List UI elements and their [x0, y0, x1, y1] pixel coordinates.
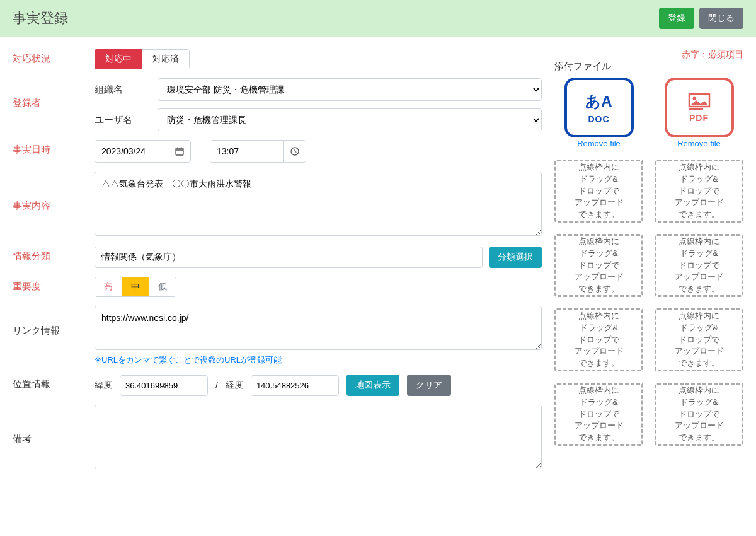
- attachment-doc: あA DOC Remove file: [554, 78, 643, 148]
- calendar-icon[interactable]: [168, 141, 190, 162]
- label-lon: 経度: [226, 380, 243, 391]
- svg-rect-0: [176, 148, 183, 155]
- image-icon: [688, 93, 711, 110]
- user-select[interactable]: 防災・危機管理課長: [158, 108, 542, 131]
- label-link: リンク情報: [13, 306, 94, 341]
- drop-zone[interactable]: 点線枠内に ドラッグ& ドロップで アップロード できます。: [554, 383, 643, 446]
- close-button[interactable]: 閉じる: [699, 8, 743, 29]
- label-datetime: 事実日時: [13, 140, 94, 160]
- register-button[interactable]: 登録: [659, 8, 694, 29]
- doc-ext: DOC: [588, 114, 609, 124]
- label-status: 対応状況: [13, 49, 94, 69]
- link-textarea[interactable]: https://www.nesi.co.jp/: [94, 306, 542, 350]
- lat-input[interactable]: [120, 375, 208, 396]
- status-active-button[interactable]: 対応中: [94, 49, 142, 69]
- category-input[interactable]: [94, 247, 483, 268]
- drop-zone[interactable]: 点線枠内に ドラッグ& ドロップで アップロード できます。: [655, 234, 743, 297]
- drop-zone[interactable]: 点線枠内に ドラッグ& ドロップで アップロード できます。: [554, 234, 643, 297]
- pdf-file-icon[interactable]: PDF: [665, 78, 734, 137]
- time-input[interactable]: [210, 141, 283, 162]
- priority-group: 高 中 低: [94, 277, 176, 297]
- label-registrant: 登録者: [13, 78, 94, 113]
- priority-low-button[interactable]: 低: [149, 277, 176, 296]
- category-select-button[interactable]: 分類選択: [489, 247, 542, 268]
- map-show-button[interactable]: 地図表示: [346, 375, 399, 396]
- remove-doc-link[interactable]: Remove file: [554, 139, 643, 148]
- doc-glyph: あA: [585, 91, 612, 112]
- pdf-ext: PDF: [689, 113, 709, 123]
- svg-point-8: [692, 96, 696, 100]
- page-header: 事実登録 登録 閉じる: [0, 0, 756, 37]
- attachments-title: 添付ファイル: [554, 61, 743, 73]
- status-toggle: 対応中 対応済: [94, 49, 190, 69]
- drop-zone[interactable]: 点線枠内に ドラッグ& ドロップで アップロード できます。: [655, 160, 743, 223]
- svg-line-6: [295, 151, 297, 153]
- content-textarea[interactable]: △△気象台発表 〇〇市大雨洪水警報: [94, 172, 542, 236]
- link-helper: ※URLをカンマで繋ぐことで複数のURLが登録可能: [94, 354, 542, 366]
- doc-file-icon[interactable]: あA DOC: [564, 78, 634, 137]
- page-title: 事実登録: [13, 9, 68, 28]
- remove-pdf-link[interactable]: Remove file: [655, 139, 743, 148]
- coord-separator: /: [215, 380, 218, 390]
- clear-button[interactable]: クリア: [407, 375, 451, 396]
- label-notes: 備考: [13, 405, 94, 449]
- lon-input[interactable]: [251, 375, 339, 396]
- label-user: ユーザ名: [94, 114, 158, 126]
- label-priority: 重要度: [13, 277, 94, 296]
- status-done-button[interactable]: 対応済: [142, 49, 190, 69]
- required-note: 赤字：必須項目: [554, 49, 743, 61]
- main-form: 対応状況 対応中 対応済 登録者 組織名 環境安全部 防災・危機管理課 ユー: [13, 49, 542, 480]
- priority-mid-button[interactable]: 中: [122, 277, 149, 296]
- clock-icon[interactable]: [283, 141, 306, 162]
- drop-zone[interactable]: 点線枠内に ドラッグ& ドロップで アップロード できます。: [655, 383, 743, 446]
- label-category: 情報分類: [13, 247, 94, 266]
- drop-zone[interactable]: 点線枠内に ドラッグ& ドロップで アップロード できます。: [554, 160, 643, 223]
- label-lat: 緯度: [94, 380, 112, 391]
- notes-textarea[interactable]: [94, 405, 542, 469]
- org-select[interactable]: 環境安全部 防災・危機管理課: [158, 78, 542, 101]
- priority-high-button[interactable]: 高: [95, 277, 122, 296]
- header-buttons: 登録 閉じる: [659, 8, 743, 29]
- label-content: 事実内容: [13, 172, 94, 216]
- attachment-pdf: PDF Remove file: [655, 78, 743, 148]
- label-org: 組織名: [94, 84, 158, 96]
- drop-zone[interactable]: 点線枠内に ドラッグ& ドロップで アップロード できます。: [655, 308, 743, 371]
- attachments-panel: 赤字：必須項目 添付ファイル あA DOC Remove file: [554, 49, 743, 480]
- date-input[interactable]: [95, 141, 168, 162]
- drop-zone[interactable]: 点線枠内に ドラッグ& ドロップで アップロード できます。: [554, 308, 643, 371]
- label-location: 位置情報: [13, 375, 94, 394]
